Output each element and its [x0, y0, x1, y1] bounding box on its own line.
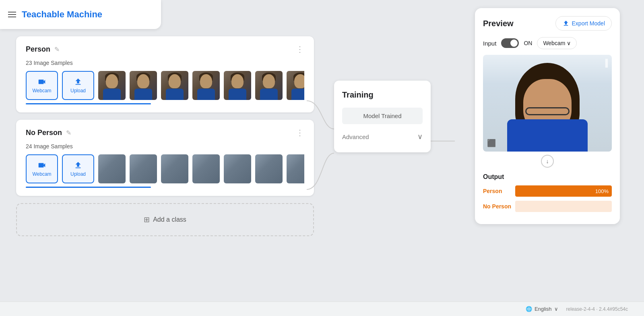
training-title: Training	[342, 90, 423, 100]
upload-btn-person[interactable]: Upload	[62, 71, 94, 100]
menu-icon[interactable]	[8, 12, 16, 17]
down-arrow-divider: ↓	[541, 155, 554, 168]
output-class-noperson: No Person	[483, 203, 511, 210]
advanced-row[interactable]: Advanced ∨	[342, 131, 423, 143]
webcam-person-body	[507, 119, 588, 152]
webcam-preview: ⬛ ▐	[483, 55, 612, 152]
export-btn-label: Export Model	[572, 20, 605, 27]
class-name-noperson: No Person	[26, 129, 62, 137]
thumb-person-2	[130, 71, 157, 100]
language-selector[interactable]: 🌐 English ∨	[526, 306, 558, 312]
upload-btn-noperson[interactable]: Upload	[62, 154, 94, 183]
preview-panel: Preview Export Model Input ON Webcam ∨ ⬛…	[475, 8, 620, 224]
webcam-dropdown-label: Webcam	[543, 40, 565, 46]
chevron-down-icon: ∨	[417, 132, 423, 141]
on-label: ON	[524, 40, 532, 46]
dropdown-chevron-icon: ∨	[567, 40, 571, 46]
header: Teachable Machine	[0, 0, 161, 29]
output-bar-fill-noperson	[515, 201, 520, 212]
language-label: English	[535, 306, 552, 312]
thumb-noperson-7	[287, 154, 304, 183]
class-header-person: Person ✎ ⋮	[26, 44, 304, 54]
output-bar-bg-person: 100%	[515, 185, 612, 197]
edit-icon-person[interactable]: ✎	[54, 46, 60, 53]
thumb-person-3	[161, 71, 188, 100]
version-text: release-2-4-4 · 2.4.4#95c54c	[566, 306, 628, 312]
thumb-noperson-1	[98, 154, 126, 183]
scroll-indicator-person	[26, 103, 151, 104]
thumb-noperson-2	[130, 154, 157, 183]
webcam-btn-label-noperson: Webcam	[32, 171, 51, 177]
input-label: Input	[483, 40, 496, 47]
samples-row-noperson: Webcam Upload	[26, 154, 304, 183]
thumb-noperson-6	[255, 154, 283, 183]
webcam-overlay-icon: ⬛	[487, 139, 496, 148]
thumb-person-5	[224, 71, 251, 100]
class-card-noperson: No Person ✎ ⋮ 24 Image Samples Webcam Up…	[16, 120, 314, 196]
sample-count-noperson: 24 Image Samples	[26, 143, 304, 150]
thumb-person-1	[98, 71, 126, 100]
more-icon-person[interactable]: ⋮	[296, 44, 304, 54]
thumb-person-7	[287, 71, 304, 100]
thumb-noperson-3	[161, 154, 188, 183]
preview-title: Preview	[483, 19, 514, 28]
export-model-button[interactable]: Export Model	[555, 16, 612, 31]
thumb-noperson-5	[224, 154, 251, 183]
globe-icon: 🌐	[526, 306, 532, 312]
language-chevron-icon: ∨	[554, 306, 558, 312]
webcam-overlay-icon-right: ▐	[603, 59, 608, 67]
class-name-person: Person	[26, 45, 50, 54]
samples-row-person: Webcam Upload	[26, 71, 304, 100]
output-label: Output	[483, 173, 612, 181]
add-class-label: ⊞ Add a class	[144, 215, 186, 224]
class-name-area-noperson: No Person ✎	[26, 129, 71, 137]
upload-btn-label-noperson: Upload	[70, 171, 86, 177]
classes-panel: Person ✎ ⋮ 23 Image Samples Webcam Uploa…	[16, 36, 314, 236]
output-percentage-person: 100%	[595, 188, 609, 194]
output-bar-bg-noperson	[515, 201, 612, 212]
class-header-noperson: No Person ✎ ⋮	[26, 128, 304, 137]
export-icon	[562, 20, 570, 27]
training-panel: Training Model Trained Advanced ∨	[334, 81, 431, 152]
webcam-dropdown[interactable]: Webcam ∨	[537, 37, 577, 49]
thumb-person-4	[192, 71, 220, 100]
more-icon-noperson[interactable]: ⋮	[296, 128, 304, 137]
class-card-person: Person ✎ ⋮ 23 Image Samples Webcam Uploa…	[16, 36, 314, 112]
edit-icon-noperson[interactable]: ✎	[66, 129, 71, 137]
plus-icon: ⊞	[144, 215, 150, 224]
webcam-btn-label-person: Webcam	[32, 88, 51, 94]
webcam-btn-noperson[interactable]: Webcam	[26, 154, 58, 183]
add-class-text: Add a class	[153, 216, 186, 223]
output-class-person: Person	[483, 188, 511, 194]
preview-header: Preview Export Model	[483, 16, 612, 31]
footer: 🌐 English ∨ release-2-4-4 · 2.4.4#95c54c	[0, 301, 644, 316]
upload-btn-label-person: Upload	[70, 88, 86, 94]
webcam-person-glasses	[525, 107, 570, 115]
add-class-card[interactable]: ⊞ Add a class	[16, 203, 314, 236]
output-row-noperson: No Person	[483, 201, 612, 212]
output-row-person: Person 100%	[483, 185, 612, 197]
thumb-person-6	[255, 71, 283, 100]
output-bar-fill-person: 100%	[515, 185, 612, 197]
scroll-indicator-noperson	[26, 187, 151, 188]
input-row: Input ON Webcam ∨	[483, 37, 612, 49]
thumb-noperson-4	[192, 154, 220, 183]
sample-count-person: 23 Image Samples	[26, 60, 304, 66]
advanced-label: Advanced	[342, 133, 369, 140]
model-trained-button[interactable]: Model Trained	[342, 108, 423, 124]
class-name-area: Person ✎	[26, 45, 60, 54]
input-toggle[interactable]	[501, 38, 519, 48]
webcam-btn-person[interactable]: Webcam	[26, 71, 58, 100]
app-title: Teachable Machine	[22, 9, 102, 20]
